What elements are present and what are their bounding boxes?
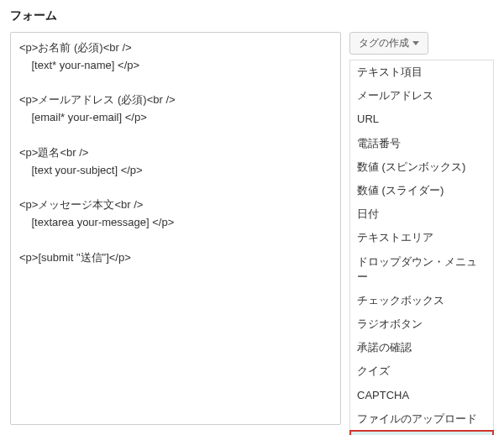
- tag-item-label: ドロップダウン・メニュー: [357, 255, 477, 283]
- tag-item[interactable]: URL: [350, 107, 493, 131]
- tag-item[interactable]: ドロップダウン・メニュー: [350, 250, 493, 289]
- tag-item[interactable]: メールアドレス: [350, 84, 493, 107]
- section-title: フォーム: [10, 8, 494, 24]
- tag-item-label: テキスト項目: [357, 66, 423, 78]
- tag-item-label: 電話番号: [357, 137, 401, 149]
- tag-item-label: 日付: [357, 207, 379, 220]
- tag-item-label: クイズ: [357, 364, 390, 377]
- tag-item[interactable]: チェックボックス: [350, 289, 493, 312]
- tag-item[interactable]: 電話番号: [350, 132, 493, 155]
- tag-item-label: ファイルのアップロード: [357, 412, 477, 425]
- tag-generator-pane: タグの作成 テキスト項目メールアドレスURL電話番号数値 (スピンボックス)数値…: [349, 32, 494, 435]
- tag-item-label: CAPTCHA: [357, 389, 409, 401]
- tag-item-label: 承諾の確認: [357, 341, 412, 354]
- generate-tag-button-label: タグの作成: [359, 36, 409, 50]
- tag-item[interactable]: テキスト項目: [350, 60, 493, 84]
- chevron-down-icon: [412, 41, 419, 45]
- tag-item[interactable]: 承諾の確認: [350, 336, 493, 359]
- generate-tag-button[interactable]: タグの作成: [349, 32, 428, 55]
- tag-item-label: チェックボックス: [357, 294, 444, 307]
- tag-item[interactable]: ファイルのアップロード: [350, 407, 493, 431]
- tag-item[interactable]: 日付: [350, 202, 493, 226]
- form-editor-pane: [10, 32, 341, 427]
- tag-item[interactable]: 送信ボタン: [350, 431, 493, 435]
- tag-item-label: テキストエリア: [357, 231, 433, 244]
- tag-item[interactable]: 数値 (スピンボックス): [350, 155, 493, 179]
- tag-item[interactable]: ラジオボタン: [350, 312, 493, 336]
- tag-item-label: URL: [357, 113, 379, 125]
- tag-item-label: 数値 (スライダー): [357, 184, 444, 197]
- highlighted-tag-group: 送信ボタン確認ボタン戻って編集ボタン: [350, 431, 493, 435]
- tag-item-label: メールアドレス: [357, 89, 433, 102]
- tag-item-label: 数値 (スピンボックス): [357, 160, 465, 173]
- tag-item[interactable]: 数値 (スライダー): [350, 179, 493, 202]
- tag-item[interactable]: CAPTCHA: [350, 384, 493, 407]
- form-code-textarea[interactable]: [10, 32, 341, 425]
- tag-item[interactable]: クイズ: [350, 359, 493, 383]
- tag-item[interactable]: テキストエリア: [350, 226, 493, 249]
- tag-item-label: ラジオボタン: [357, 317, 423, 330]
- form-layout: タグの作成 テキスト項目メールアドレスURL電話番号数値 (スピンボックス)数値…: [10, 32, 494, 435]
- tag-type-list: テキスト項目メールアドレスURL電話番号数値 (スピンボックス)数値 (スライダ…: [349, 60, 494, 435]
